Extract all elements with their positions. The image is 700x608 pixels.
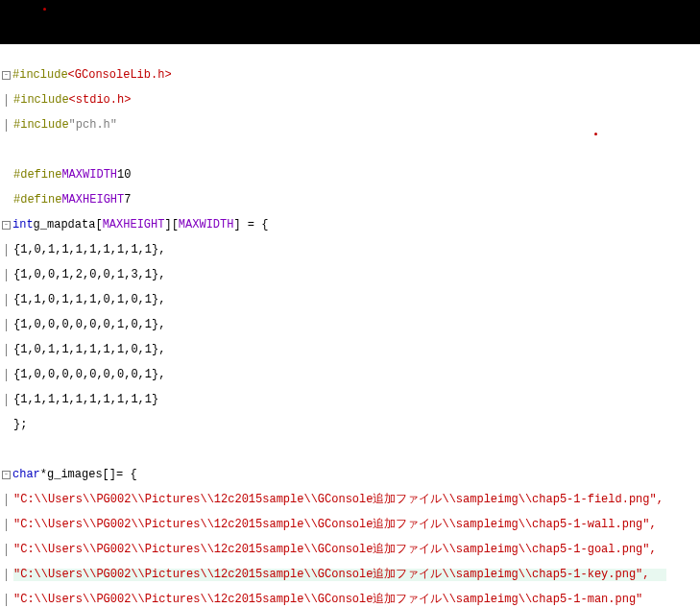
- fold-toggle-icon[interactable]: [2, 71, 11, 80]
- include-directive: #include: [13, 119, 69, 132]
- macro-ref: MAXWIDTH: [179, 219, 234, 231]
- include-target: "pch.h": [69, 119, 117, 132]
- type-keyword: int: [12, 219, 34, 231]
- string-literal: "C:\\Users\\PG002\\Pictures\\12c2015samp…: [13, 519, 657, 531]
- macro-value: 7: [124, 194, 131, 207]
- define-directive: #define: [13, 169, 61, 182]
- code-content[interactable]: #include <GConsoleLib.h> #include <stdio…: [13, 44, 700, 608]
- modified-indicator-icon: [43, 8, 46, 11]
- breakpoint-icon[interactable]: [594, 133, 597, 135]
- array-row: {1,0,1,1,1,1,1,1,0,1},: [13, 344, 165, 356]
- array-row: {1,1,1,1,1,1,1,1,1,1}: [13, 394, 158, 406]
- macro-name: MAXHEIGHT: [61, 194, 124, 207]
- string-literal: "C:\\Users\\PG002\\Pictures\\12c2015samp…: [13, 594, 642, 606]
- include-directive: #include: [12, 69, 68, 82]
- macro-ref: MAXHEIGHT: [103, 219, 165, 231]
- array-row: {1,0,1,1,1,1,1,1,1,1},: [13, 244, 165, 256]
- array-row: {1,1,0,1,1,1,0,1,0,1},: [13, 294, 165, 306]
- include-target: <GConsoleLib.h>: [68, 69, 172, 82]
- string-literal: "C:\\Users\\PG002\\Pictures\\12c2015samp…: [13, 494, 664, 506]
- fold-gutter[interactable]: [0, 44, 13, 608]
- array-row: {1,0,0,0,0,0,0,1,0,1},: [13, 319, 165, 331]
- fold-toggle-icon[interactable]: [2, 221, 11, 230]
- decl-end: };: [13, 419, 27, 431]
- define-directive: #define: [13, 194, 61, 207]
- cursor-line[interactable]: "C:\\Users\\PG002\\Pictures\\12c2015samp…: [13, 569, 666, 581]
- code-editor[interactable]: #include <GConsoleLib.h> #include <stdio…: [0, 44, 700, 608]
- title-bar: [0, 0, 700, 44]
- type-keyword: char: [12, 469, 40, 481]
- string-literal: "C:\\Users\\PG002\\Pictures\\12c2015samp…: [13, 568, 650, 581]
- var-name: g_mapdata: [34, 219, 96, 231]
- include-target: <stdio.h>: [69, 94, 132, 107]
- string-literal: "C:\\Users\\PG002\\Pictures\\12c2015samp…: [13, 544, 657, 556]
- array-row: {1,0,0,1,2,0,0,1,3,1},: [13, 269, 165, 281]
- fold-toggle-icon[interactable]: [2, 471, 11, 479]
- var-name: *g_images[]: [40, 469, 116, 481]
- include-directive: #include: [13, 94, 69, 107]
- array-row: {1,0,0,0,0,0,0,0,0,1},: [13, 369, 165, 381]
- macro-name: MAXWIDTH: [61, 169, 117, 182]
- macro-value: 10: [117, 169, 131, 182]
